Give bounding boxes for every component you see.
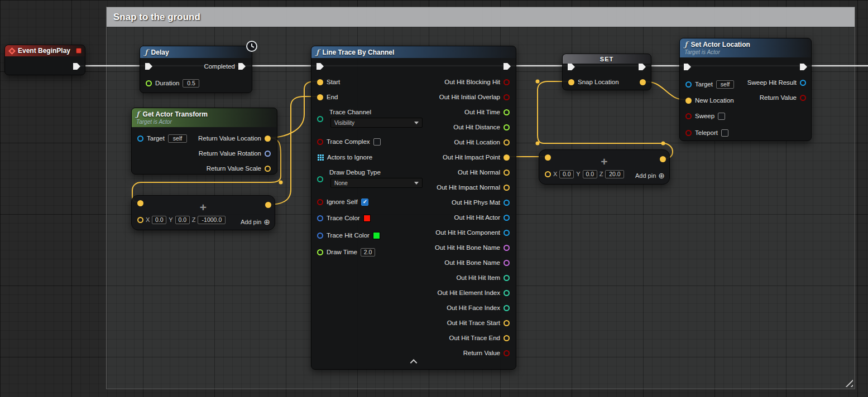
add-pin-button[interactable]: Add pin ⊕ bbox=[241, 218, 270, 226]
comment-resize-handle[interactable] bbox=[845, 379, 853, 387]
add-input-a-pin[interactable] bbox=[137, 200, 143, 206]
trace-channel-dropdown[interactable]: Visibility bbox=[330, 118, 423, 128]
x-value-input[interactable]: 0.0 bbox=[559, 170, 574, 178]
out-hit-trace-start-pin[interactable] bbox=[503, 320, 510, 326]
event-begin-play-header: Event BeginPlay bbox=[5, 45, 85, 56]
pin-row-trace-complex: Trace Complex bbox=[317, 137, 381, 147]
comment-title-bar[interactable]: Snap to the ground bbox=[107, 7, 855, 27]
out-hit-hit-item-pin[interactable] bbox=[503, 275, 510, 281]
trace-hit-color-pin[interactable] bbox=[317, 233, 323, 239]
out-hit-normal-label: Out Hit Normal bbox=[458, 169, 500, 176]
end-pin[interactable] bbox=[317, 94, 323, 100]
node-event-begin-play[interactable]: Event BeginPlay bbox=[4, 45, 85, 75]
duration-value-input[interactable]: 0.5 bbox=[183, 79, 199, 88]
new-location-pin[interactable] bbox=[685, 98, 692, 104]
exec-in-pin[interactable] bbox=[316, 63, 324, 70]
sweep-hit-result-pin[interactable] bbox=[800, 80, 806, 86]
snap-location-in-pin[interactable] bbox=[568, 79, 574, 85]
out-hit-normal-pin[interactable] bbox=[503, 170, 510, 176]
trace-hit-color-swatch[interactable] bbox=[373, 232, 380, 239]
add-input-b-pin[interactable] bbox=[137, 217, 143, 223]
draw-debug-type-dropdown[interactable]: None bbox=[330, 178, 423, 188]
return-value-location-pin[interactable] bbox=[265, 135, 271, 142]
out-hit-blocking-hit-pin[interactable] bbox=[503, 79, 510, 85]
out-hit-hit-component-pin[interactable] bbox=[503, 230, 510, 236]
out-hit-time-pin[interactable] bbox=[503, 109, 510, 115]
array-pin-icon[interactable] bbox=[317, 154, 324, 161]
return-value-scale-pin[interactable] bbox=[265, 166, 271, 172]
y-value-input[interactable]: 0.0 bbox=[583, 170, 597, 178]
trace-complex-pin[interactable] bbox=[317, 139, 323, 145]
blueprint-graph-canvas[interactable]: Snap to the ground Event BeginPlay ƒ Del… bbox=[0, 0, 868, 397]
add-pin-button[interactable]: Add pin ⊕ bbox=[635, 172, 665, 180]
node-vector-add-2[interactable]: + X 0.0 Y 0.0 Z 20.0 Add pin ⊕ bbox=[539, 149, 670, 185]
node-get-actor-transform[interactable]: ƒ Get Actor Transform Target is Actor Ta… bbox=[131, 108, 277, 175]
exec-out-pin[interactable] bbox=[639, 64, 646, 70]
teleport-pin[interactable] bbox=[685, 130, 692, 136]
out-hit-face-index-pin[interactable] bbox=[503, 305, 510, 311]
out-hit-initial-overlap-label: Out Hit Initial Overlap bbox=[439, 94, 500, 100]
comment-title-text: Snap to the ground bbox=[113, 12, 200, 23]
draw-time-value-input[interactable]: 2.0 bbox=[361, 248, 375, 256]
target-pin[interactable] bbox=[685, 81, 692, 88]
sweep-checkbox[interactable] bbox=[718, 113, 725, 120]
exec-out-pin[interactable] bbox=[503, 63, 511, 70]
out-hit-hit-component-label: Out Hit Hit Component bbox=[435, 229, 500, 236]
out-hit-trace-end-pin[interactable] bbox=[503, 335, 510, 341]
trace-channel-pin[interactable] bbox=[317, 116, 323, 122]
pin-row-out-hit-trace-start: Out Hit Trace Start bbox=[447, 318, 510, 328]
node-vector-add-1[interactable]: + X 0.0 Y 0.0 Z -1000.0 Add pin ⊕ bbox=[131, 195, 275, 230]
add-output-pin[interactable] bbox=[660, 156, 666, 162]
z-value-input[interactable]: -1000.0 bbox=[198, 216, 226, 224]
out-hit-bone-name-pin[interactable] bbox=[503, 260, 510, 266]
node-set-snap-location[interactable]: SET Snap Location bbox=[562, 54, 651, 90]
add-input-b-pin[interactable] bbox=[545, 171, 551, 177]
exec-out-pin[interactable] bbox=[800, 64, 807, 70]
out-hit-distance-label: Out Hit Distance bbox=[453, 124, 500, 130]
return-value-pin[interactable] bbox=[503, 350, 510, 356]
duration-pin[interactable] bbox=[146, 80, 152, 86]
out-hit-hit-bone-name-pin[interactable] bbox=[503, 245, 510, 251]
return-value-pin[interactable] bbox=[800, 95, 806, 101]
exec-in-pin[interactable] bbox=[145, 63, 152, 70]
add-output-pin[interactable] bbox=[265, 202, 271, 208]
out-hit-element-index-pin[interactable] bbox=[503, 290, 510, 296]
out-hit-phys-mat-pin[interactable] bbox=[503, 200, 510, 206]
exec-in-pin[interactable] bbox=[684, 64, 691, 70]
out-hit-distance-pin[interactable] bbox=[503, 124, 510, 130]
draw-time-pin[interactable] bbox=[317, 249, 323, 255]
trace-color-pin[interactable] bbox=[317, 215, 323, 221]
node-line-trace-by-channel[interactable]: ƒ Line Trace By Channel Start End Trace … bbox=[311, 46, 516, 370]
exec-out-pin[interactable] bbox=[73, 63, 80, 70]
trace-complex-checkbox[interactable] bbox=[373, 138, 381, 146]
out-hit-hit-actor-pin[interactable] bbox=[503, 215, 510, 221]
snap-location-out-pin[interactable] bbox=[640, 79, 646, 85]
start-pin[interactable] bbox=[317, 79, 323, 85]
teleport-checkbox[interactable] bbox=[721, 129, 728, 137]
node-set-actor-location[interactable]: ƒ Set Actor Location Target is Actor Tar… bbox=[679, 38, 812, 141]
node-delay[interactable]: ƒ Delay Completed Duration 0.5 bbox=[140, 46, 252, 93]
out-hit-impact-point-pin[interactable] bbox=[503, 154, 510, 161]
out-hit-impact-normal-pin[interactable] bbox=[503, 185, 510, 191]
target-pin[interactable] bbox=[137, 135, 143, 142]
trace-color-swatch[interactable] bbox=[363, 215, 371, 222]
target-label: Target bbox=[147, 135, 165, 142]
draw-debug-type-pin[interactable] bbox=[317, 176, 323, 182]
out-hit-initial-overlap-pin[interactable] bbox=[503, 94, 510, 100]
plus-operator-icon: + bbox=[200, 201, 207, 213]
collapse-chevron-icon[interactable] bbox=[410, 359, 418, 366]
ignore-self-checkbox[interactable] bbox=[361, 198, 368, 206]
z-value-input[interactable]: 20.0 bbox=[605, 170, 624, 178]
out-hit-location-pin[interactable] bbox=[503, 139, 510, 146]
pin-row-start: Start bbox=[317, 77, 340, 87]
sweep-pin[interactable] bbox=[685, 113, 692, 119]
exec-in-pin[interactable] bbox=[568, 64, 575, 70]
completed-exec-out-pin[interactable] bbox=[238, 63, 246, 70]
return-value-rotation-pin[interactable] bbox=[265, 151, 271, 157]
x-value-input[interactable]: 0.0 bbox=[152, 216, 166, 224]
ignore-self-pin[interactable] bbox=[317, 199, 323, 205]
target-value-input[interactable]: self bbox=[168, 134, 187, 143]
add-input-a-pin[interactable] bbox=[545, 154, 551, 161]
target-value-input[interactable]: self bbox=[716, 80, 734, 89]
y-value-input[interactable]: 0.0 bbox=[175, 216, 190, 224]
